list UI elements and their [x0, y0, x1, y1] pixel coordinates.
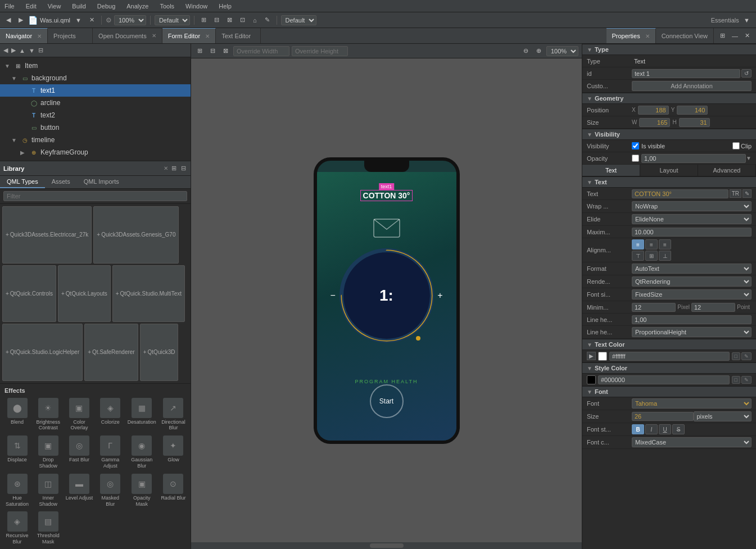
align-top-button[interactable]: ⊤: [632, 251, 644, 261]
visibility-checkbox[interactable]: [632, 142, 639, 149]
tab-properties-close[interactable]: ✕: [645, 33, 650, 39]
canvas-grid-button[interactable]: ⊟: [207, 46, 218, 56]
tab-advanced[interactable]: Advanced: [698, 165, 756, 176]
menu-file[interactable]: File: [2, 2, 17, 11]
linehe2-select[interactable]: ProportionalHeight: [632, 327, 752, 337]
effect-radialblur[interactable]: ⊙ Radial Blur: [159, 472, 188, 509]
tree-item-text2[interactable]: T text2: [0, 109, 191, 121]
align-left-button[interactable]: ≡: [632, 239, 644, 249]
underline-button[interactable]: U: [659, 424, 671, 434]
text-color-section-header[interactable]: ▼ Text Color: [582, 339, 756, 350]
menu-edit[interactable]: Edit: [24, 2, 39, 11]
panel-float-button[interactable]: ⊞: [717, 31, 728, 40]
menu-help[interactable]: Help: [216, 2, 234, 11]
forward-button[interactable]: ▶: [16, 15, 26, 25]
effect-gamma[interactable]: Γ Gamma Adjust: [96, 434, 125, 471]
bold-button[interactable]: B: [632, 424, 644, 434]
text-color-arrow-button[interactable]: ▶: [587, 352, 596, 360]
default2-select[interactable]: Default: [281, 15, 316, 25]
style-color-swatch[interactable]: [587, 375, 596, 384]
menu-build[interactable]: Build: [70, 2, 88, 11]
text-section-header[interactable]: ▼ Text: [582, 176, 756, 188]
italic-button[interactable]: I: [645, 424, 658, 434]
linehe1-input[interactable]: [632, 315, 752, 324]
toolbar-btn-5[interactable]: ⌂: [250, 16, 260, 25]
style-color-section-header[interactable]: ▼ Style Color: [582, 362, 756, 374]
library-filter-input[interactable]: [3, 191, 187, 201]
tab-connection-view[interactable]: Connection View: [656, 28, 714, 43]
tree-item-timeline[interactable]: ▼ ◷ timeline: [0, 134, 191, 146]
type-section-header[interactable]: ▼ Type: [582, 44, 756, 55]
effect-gaussian[interactable]: ◉ Gaussian Blur: [126, 434, 157, 471]
menu-window[interactable]: Window: [183, 2, 210, 11]
text-color-input[interactable]: [609, 352, 730, 361]
override-width-input[interactable]: [233, 46, 289, 56]
size-h-input[interactable]: [679, 118, 710, 127]
effect-colorize[interactable]: ◈ Colorize: [96, 396, 125, 433]
panel-min-button[interactable]: —: [729, 31, 741, 40]
menu-tools[interactable]: Tools: [157, 2, 176, 11]
effect-glow[interactable]: ✦ Glow: [159, 434, 188, 471]
tab-layout[interactable]: Layout: [640, 165, 698, 176]
canvas-content[interactable]: text1 COTTON 30°: [191, 58, 582, 542]
import-btn-4[interactable]: + QtQuick.Studio.MultiText: [112, 265, 185, 323]
size-w-input[interactable]: [639, 118, 670, 127]
opacity-input[interactable]: [641, 154, 746, 163]
menu-analyze[interactable]: Analyze: [124, 2, 151, 11]
font-section-header[interactable]: ▼ Font: [582, 386, 756, 397]
tab-assets[interactable]: Assets: [45, 176, 77, 188]
effect-displace[interactable]: ⇅ Displace: [2, 434, 32, 471]
tree-item-keyframegroup[interactable]: ▶ ⊕ KeyframeGroup: [0, 146, 191, 158]
start-button[interactable]: Start: [370, 384, 404, 418]
position-y-input[interactable]: [677, 106, 708, 115]
clip-checkbox[interactable]: [732, 142, 740, 149]
tree-item-root[interactable]: ▼ ⊞ Item: [0, 60, 191, 72]
font-size-unit-select[interactable]: pixels: [694, 411, 752, 421]
visibility-section-header[interactable]: ▼ Visibility: [582, 129, 756, 140]
close-file-button[interactable]: ✕: [87, 15, 97, 25]
effect-blend[interactable]: ⬤ Blend: [2, 396, 32, 433]
align-center-v-button[interactable]: ⊞: [645, 251, 658, 261]
canvas-snap-button[interactable]: ⊞: [194, 46, 205, 56]
effect-coloroverlay[interactable]: ▣ Color Overlay: [64, 396, 94, 433]
effect-recursiveblur[interactable]: ◈ Recursive Blur: [2, 510, 32, 547]
tab-navigator-close[interactable]: ✕: [37, 33, 42, 39]
dropdown-arrow-icon[interactable]: ▼: [73, 16, 84, 25]
canvas-zoom-out-button[interactable]: ⊖: [520, 46, 531, 56]
font-select[interactable]: Tahoma: [632, 398, 752, 409]
tab-properties[interactable]: Properties ✕: [606, 28, 656, 43]
toolbar-btn-2[interactable]: ⊟: [211, 15, 222, 25]
tab-qml-types[interactable]: QML Types: [0, 176, 45, 188]
style-color-input[interactable]: [598, 375, 730, 384]
strikethrough-button[interactable]: S: [672, 424, 685, 434]
style-color-copy-button[interactable]: □: [732, 376, 740, 384]
tab-form-editor-close[interactable]: ✕: [205, 33, 210, 39]
font-case-select[interactable]: MixedCase: [632, 437, 752, 447]
wrap-select[interactable]: NoWrap: [632, 201, 752, 211]
import-btn-0[interactable]: + Quick3DAssets.Electriccar_27k: [2, 206, 92, 264]
fontsize-select[interactable]: FixedSize: [632, 289, 752, 300]
import-btn-6[interactable]: + Qt.SafeRenderer: [84, 324, 138, 381]
align-center-h-button[interactable]: ≡: [645, 239, 658, 249]
library-detach-button[interactable]: ⊟: [180, 164, 187, 173]
style-color-edit-button[interactable]: ✎: [741, 376, 752, 384]
library-float-button[interactable]: ⊞: [170, 164, 178, 173]
minim-pt-input[interactable]: [691, 303, 735, 312]
nav-down-button[interactable]: ▼: [28, 46, 36, 55]
position-x-input[interactable]: [638, 106, 669, 115]
elide-select[interactable]: ElideNone: [632, 214, 752, 224]
filename[interactable]: Was.ui.qml: [40, 17, 70, 24]
essentials-dropdown[interactable]: ▼: [741, 16, 753, 25]
text-edit-button[interactable]: ✎: [743, 189, 752, 198]
opacity-checkbox[interactable]: [632, 155, 639, 162]
tab-form-editor[interactable]: Form Editor ✕: [162, 28, 216, 43]
align-right-button[interactable]: ≡: [659, 239, 671, 249]
minim-px-input[interactable]: [632, 303, 676, 312]
tree-item-arcline[interactable]: ◯ arcline: [0, 97, 191, 109]
tree-item-text1[interactable]: T text1: [0, 84, 191, 97]
tab-text[interactable]: Text: [582, 165, 640, 176]
cotton-text-element[interactable]: COTTON 30°: [360, 190, 413, 201]
menu-debug[interactable]: Debug: [95, 2, 117, 11]
library-close-button[interactable]: ✕: [164, 165, 168, 171]
align-bottom-button[interactable]: ⊥: [659, 251, 671, 261]
